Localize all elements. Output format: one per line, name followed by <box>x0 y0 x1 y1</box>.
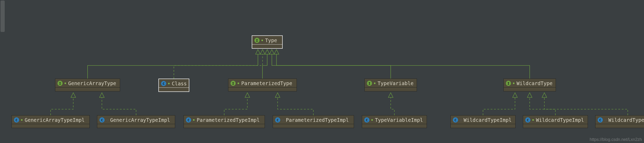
node-label: WildcardTypeImpl <box>464 117 512 123</box>
package-pin-icon <box>604 119 607 121</box>
interface-icon: I <box>57 81 63 86</box>
node-label: ParameterizedTypeImpl <box>197 117 260 123</box>
public-pin-icon <box>513 82 515 85</box>
public-pin-icon <box>21 119 23 121</box>
package-pin-icon <box>460 119 462 121</box>
class-icon: C <box>364 117 369 123</box>
diagram-canvas[interactable]: { "diagram": { "root": { "name": "Type",… <box>0 0 644 143</box>
node-label: WildcardTypeImpl <box>608 117 644 123</box>
public-pin-icon <box>374 82 376 85</box>
node-label: WildcardType <box>517 80 552 86</box>
node-wildcard-type-impl-2[interactable]: C WildcardTypeImpl <box>523 115 588 128</box>
node-parameterized-type-impl-2[interactable]: C ParameterizedTypeImpl <box>273 115 354 128</box>
public-pin-icon <box>168 82 170 85</box>
node-label: GenericArrayType <box>68 80 116 86</box>
node-class[interactable]: C Class <box>158 79 189 92</box>
class-icon: C <box>186 117 191 123</box>
interface-icon: I <box>367 81 372 86</box>
public-pin-icon <box>237 82 240 85</box>
class-icon: C <box>453 117 458 123</box>
node-generic-array-type-impl-2[interactable]: C GenericArrayTypeImpl <box>97 115 175 128</box>
public-pin-icon <box>532 119 534 121</box>
node-parameterized-type-impl-1[interactable]: C ParameterizedTypeImpl <box>184 115 265 128</box>
package-pin-icon <box>106 119 109 121</box>
node-parameterized-type[interactable]: I ParameterizedType <box>228 79 297 91</box>
node-generic-array-type-impl-1[interactable]: C GenericArrayTypeImpl <box>12 115 90 128</box>
node-wildcard-type[interactable]: I WildcardType <box>503 79 556 91</box>
node-wildcard-type-impl-1[interactable]: C WildcardTypeImpl <box>450 115 516 128</box>
scrollbar-vertical[interactable] <box>1 1 5 32</box>
class-icon: C <box>525 117 530 123</box>
class-icon: C <box>598 117 603 123</box>
public-pin-icon <box>261 39 264 42</box>
interface-icon: I <box>506 81 511 86</box>
watermark-text: https://blog.csdn.net/Lxn2zh <box>590 137 642 142</box>
node-label: GenericArrayTypeImpl <box>110 117 170 123</box>
node-generic-array-type[interactable]: I GenericArrayType <box>55 79 120 91</box>
node-label: Type <box>265 37 277 43</box>
node-label: TypeVariable <box>378 80 414 86</box>
class-icon: C <box>14 117 19 123</box>
public-pin-icon <box>64 82 67 85</box>
class-icon: C <box>275 117 280 123</box>
node-wildcard-type-impl-3[interactable]: C WildcardTypeImpl <box>595 115 644 128</box>
node-type-variable[interactable]: I TypeVariable <box>364 79 417 91</box>
interface-icon: I <box>254 38 260 43</box>
class-icon: C <box>161 81 166 86</box>
node-label: Class <box>172 81 187 86</box>
package-pin-icon <box>282 119 284 121</box>
node-label: ParameterizedTypeImpl <box>286 117 349 123</box>
public-pin-icon <box>193 119 195 121</box>
public-pin-icon <box>371 119 373 121</box>
interface-icon: I <box>230 81 236 86</box>
node-label: ParameterizedType <box>241 80 292 86</box>
node-type[interactable]: I Type <box>252 35 283 49</box>
class-icon: C <box>99 117 105 123</box>
node-label: TypeVariableImpl <box>375 117 423 123</box>
node-type-variable-impl[interactable]: C TypeVariableImpl <box>362 115 427 128</box>
node-label: GenericArrayTypeImpl <box>25 117 85 123</box>
node-label: WildcardTypeImpl <box>536 117 584 123</box>
